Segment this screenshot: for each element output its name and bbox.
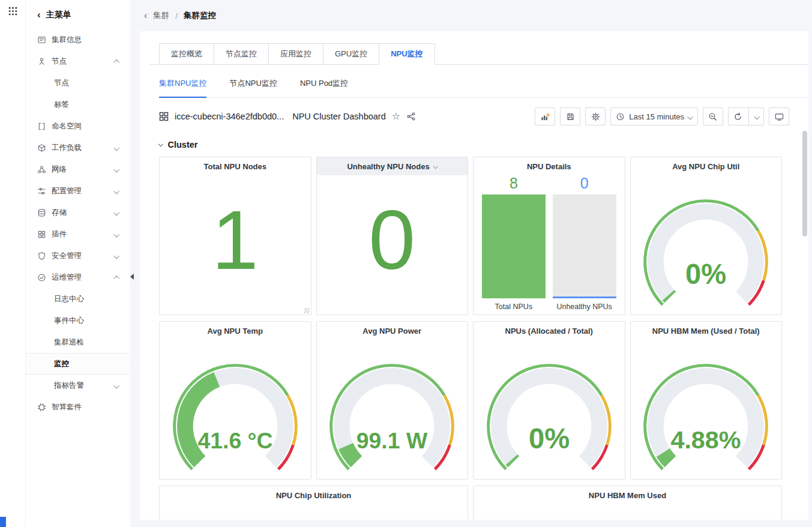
panel-title-text: NPU HBM Mem Used <box>589 491 666 500</box>
panel-title[interactable]: NPU Chip Utilization <box>160 486 468 504</box>
breadcrumb-cluster[interactable]: 集群 <box>153 10 169 21</box>
sidebar-item-log-center[interactable]: 日志中心 <box>26 288 130 310</box>
panel-title[interactable]: NPUs (Allocated / Total) <box>474 322 625 340</box>
gauge-value: 99.1 W <box>356 428 428 453</box>
gear-icon <box>591 112 600 121</box>
save-icon <box>566 112 575 121</box>
save-dashboard-button[interactable] <box>560 107 580 125</box>
sidebar-item-label: 监控 <box>54 359 69 369</box>
stat-value: 1 <box>160 175 311 315</box>
section-cluster[interactable]: Cluster <box>159 140 789 149</box>
app-root: ‹ 主菜单 集群信息节点节点标签命名空间工作负载网络配置管理存储插件安全管理运维… <box>0 0 812 527</box>
sidebar-item-namespace[interactable]: 命名空间 <box>26 115 130 137</box>
subtab-cluster-npu-monitoring[interactable]: 集群NPU监控 <box>159 78 206 97</box>
chevron-up-icon <box>113 276 119 282</box>
scrollbar[interactable] <box>802 97 807 517</box>
workload-icon <box>37 143 46 152</box>
chevron-left-icon[interactable]: ‹ <box>144 10 147 21</box>
sidebar-item-label: 节点 <box>52 56 67 67</box>
sidebar-item-nodes-group[interactable]: 节点 <box>26 50 130 72</box>
chevron-down-icon <box>754 113 759 119</box>
sidebar-item-event-center[interactable]: 事件中心 <box>26 310 130 331</box>
sidebar-item-addons[interactable]: 插件 <box>26 223 130 245</box>
gauge-value: 0% <box>529 423 570 454</box>
sidebar-item-label: 存储 <box>52 208 67 218</box>
dashboard-settings-button[interactable] <box>585 107 606 125</box>
sidebar-item-security[interactable]: 安全管理 <box>26 245 130 267</box>
tab-node-monitoring[interactable]: 节点监控 <box>214 43 269 65</box>
panel-title[interactable]: Unhealthy NPU Nodes <box>317 157 468 175</box>
gauge-chart: 0% <box>631 178 780 310</box>
zoom-out-button[interactable] <box>703 107 723 125</box>
sidebar-item-config-management[interactable]: 配置管理 <box>26 180 130 202</box>
sidebar-item-ops-management[interactable]: 运维管理 <box>26 267 130 288</box>
sidebar-item-node[interactable]: 节点 <box>26 72 130 94</box>
gauge-chart: 4.88% <box>631 342 780 475</box>
panel-title-text: Unhealthy NPU Nodes <box>347 162 429 171</box>
sidebar-item-label: 日志中心 <box>54 294 84 304</box>
content-card: 监控概览节点监控应用监控GPU监控NPU监控 集群NPU监控节点NPU监控NPU… <box>140 31 808 520</box>
panel-title-text: Avg NPU Power <box>362 327 421 336</box>
add-panel-button[interactable] <box>535 107 555 125</box>
refresh-button[interactable] <box>728 107 765 125</box>
cluster-id[interactable]: icce-cubecni-346e2fdb0d0... <box>175 112 284 121</box>
tab-app-monitoring[interactable]: 应用监控 <box>268 43 323 65</box>
breadcrumb-separator: / <box>175 11 178 20</box>
stat-value: 0 <box>317 175 468 315</box>
sidebar-header[interactable]: ‹ 主菜单 <box>26 0 130 29</box>
sidebar-item-label: 配置管理 <box>52 186 82 196</box>
main-area: ‹ 集群 / 集群监控 监控概览节点监控应用监控GPU监控NPU监控 集群NPU… <box>130 0 812 527</box>
sidebar-item-metric-alarm[interactable]: 指标告警 <box>26 375 130 396</box>
chevron-down-icon <box>113 188 119 194</box>
sidebar-item-label: 安全管理 <box>52 251 82 261</box>
panel-npu-chip-utilization: NPU Chip Utilization <box>159 486 468 520</box>
sidebar-item-ai-suite[interactable]: 智算套件 <box>26 396 130 418</box>
scrollbar-thumb[interactable] <box>802 131 807 236</box>
ops-icon <box>37 273 46 282</box>
sidebar-collapse-handle[interactable] <box>130 269 137 285</box>
sidebar-item-storage[interactable]: 存储 <box>26 202 130 223</box>
star-icon[interactable]: ☆ <box>392 112 400 121</box>
namespace-icon <box>37 122 46 131</box>
panel-title[interactable]: NPU HBM Mem Used <box>474 486 781 504</box>
tab-npu-monitoring[interactable]: NPU监控 <box>379 43 435 65</box>
panel-title[interactable]: Avg NPU Power <box>317 322 468 340</box>
panel-title-text: NPU Chip Utilization <box>276 491 352 500</box>
subtab-npu-pod-monitoring[interactable]: NPU Pod监控 <box>300 78 348 97</box>
panel-unhealthy-npu-nodes: Unhealthy NPU Nodes0 <box>316 157 469 315</box>
bottom-left-chip[interactable] <box>0 517 6 527</box>
sidebar-item-cluster-inspection[interactable]: 集群巡检 <box>26 331 130 353</box>
panel-title[interactable]: NPU HBM Mem (Used / Total) <box>631 322 782 340</box>
time-range-picker[interactable]: Last 15 minutes <box>610 107 697 125</box>
gauge-chart: 41.6 °C <box>161 342 310 475</box>
panel-npu-hbm-mem-used-total: NPU HBM Mem (Used / Total)4.88% <box>630 321 783 480</box>
clock-icon <box>616 112 625 121</box>
sidebar-item-labels[interactable]: 标签 <box>26 94 130 115</box>
panel-title[interactable]: Total NPU Nodes <box>160 157 311 175</box>
sidebar-item-workload[interactable]: 工作负载 <box>26 137 130 158</box>
gauge-panel-body: 41.6 °C <box>160 340 311 479</box>
sidebar-title: 主菜单 <box>46 10 71 20</box>
share-icon[interactable] <box>406 112 416 121</box>
sidebar-item-label: 网络 <box>52 164 67 175</box>
sidebar-item-network[interactable]: 网络 <box>26 158 130 180</box>
sidebar-item-monitoring[interactable]: 监控 <box>26 353 130 375</box>
zoom-out-icon <box>708 112 717 121</box>
tab-monitoring-overview[interactable]: 监控概览 <box>159 43 214 65</box>
chevron-down-icon <box>433 164 438 169</box>
panel-title[interactable]: Avg NPU Chip Util <box>631 157 782 175</box>
bar-track <box>482 194 546 298</box>
sidebar-item-label: 指标告警 <box>54 381 84 391</box>
subtab-node-npu-monitoring[interactable]: 节点NPU监控 <box>229 78 277 97</box>
panel-title[interactable]: Avg NPU Temp <box>160 322 311 340</box>
kiosk-mode-button[interactable] <box>769 107 789 125</box>
sidebar-item-cluster-info[interactable]: 集群信息 <box>26 29 130 50</box>
panel-total-npu-nodes: Total NPU Nodes1 <box>159 157 311 315</box>
app-rail <box>0 0 26 527</box>
tab-gpu-monitoring[interactable]: GPU监控 <box>323 43 379 65</box>
gauge-panel-body: 0% <box>474 340 625 479</box>
app-launcher-icon[interactable] <box>8 6 18 19</box>
panel-title[interactable]: NPU Details <box>474 157 625 175</box>
time-range-label: Last 15 minutes <box>629 112 684 121</box>
bar-value: 8 <box>482 175 546 194</box>
